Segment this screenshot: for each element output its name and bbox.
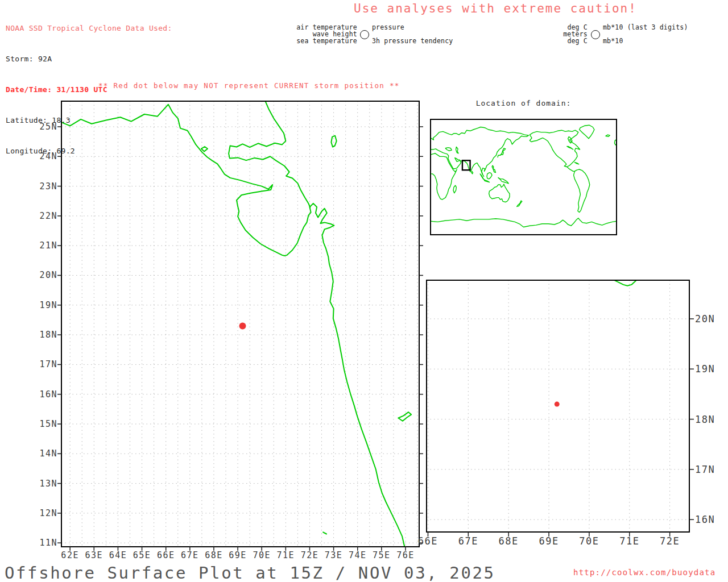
world-coastline xyxy=(492,165,495,172)
inset-coastline xyxy=(253,30,728,582)
main-yaxis-label: 20N xyxy=(31,270,57,280)
legend-unit-mb-last3: mb*10 (last 3 digits) xyxy=(603,23,688,31)
inset-yaxis-label: 19N xyxy=(695,363,715,375)
world-coastline xyxy=(567,167,575,172)
world-coastline xyxy=(431,218,617,227)
station-circle-icon xyxy=(360,30,369,39)
world-coastline xyxy=(574,163,578,164)
inset-storm-dot xyxy=(555,402,560,407)
legend-sea-temperature: sea temperature xyxy=(255,37,357,45)
main-storm-dot xyxy=(239,322,246,329)
main-yaxis-label: 22N xyxy=(31,211,57,221)
main-coastline xyxy=(201,147,208,151)
main-yaxis-label: 21N xyxy=(31,240,57,251)
inset-xaxis-label: 69E xyxy=(532,535,566,547)
inset-xaxis-label: 66E xyxy=(411,535,445,547)
plot-title: Offshore Surface Plot at 15Z / NOV 03, 2… xyxy=(5,563,495,582)
inset-coastline xyxy=(706,83,715,102)
storm-info-id: Storm: 92A xyxy=(6,54,172,64)
inset-xaxis-label: 72E xyxy=(653,535,687,547)
inset-xaxis-label: 71E xyxy=(613,535,647,547)
main-yaxis-label: 17N xyxy=(31,359,57,369)
inset-xaxis-label: 70E xyxy=(572,535,606,547)
storm-info-longitude: Longitude: 69.2 xyxy=(6,146,172,156)
world-coastline xyxy=(567,146,573,149)
main-yaxis-label: 13N xyxy=(31,479,57,489)
legend-pressure-tendency: 3h pressure tendency xyxy=(372,37,453,45)
caution-headline: Use analyses with extreme caution! xyxy=(354,2,637,15)
main-yaxis-label: 11N xyxy=(31,538,57,548)
inset-map-layer xyxy=(253,25,728,582)
world-coastline xyxy=(431,127,529,177)
world-coastline xyxy=(489,184,510,202)
main-yaxis-label: 24N xyxy=(31,151,57,161)
legend-pressure: pressure xyxy=(372,23,404,31)
main-yaxis-label: 14N xyxy=(31,448,57,459)
main-coastline xyxy=(331,136,336,147)
storm-info-latitude: Latitude: 18.3 xyxy=(6,115,172,126)
main-xaxis-label: 76E xyxy=(388,550,423,560)
world-coastline xyxy=(471,171,473,174)
storm-info-source: NOAA SSD Tropical Cyclone Data Used: xyxy=(6,23,172,34)
inset-yaxis-label: 18N xyxy=(695,414,715,425)
main-yaxis-label: 19N xyxy=(31,300,57,310)
world-coastline xyxy=(480,174,489,182)
main-yaxis-label: 18N xyxy=(31,330,57,340)
world-coastline xyxy=(517,201,522,206)
world-coastline xyxy=(606,135,610,136)
world-coastline xyxy=(456,147,459,153)
world-coastline xyxy=(498,178,508,184)
buoydata-link[interactable]: http://coolwx.com/buoydata xyxy=(573,568,715,577)
world-coastline xyxy=(431,153,457,199)
inset-xaxis-label: 68E xyxy=(491,535,526,547)
world-coastline xyxy=(487,173,492,179)
main-yaxis-label: 23N xyxy=(31,181,57,192)
legend-unit-degc-bottom: deg C xyxy=(531,37,588,45)
main-yaxis-label: 12N xyxy=(31,508,57,518)
storm-position-warning: ** Red dot below may NOT represent CURRE… xyxy=(98,81,400,90)
world-coastline xyxy=(453,185,456,193)
inset-yaxis-label: 20N xyxy=(695,313,715,325)
world-map-layer xyxy=(431,125,617,227)
main-yaxis-label: 25N xyxy=(31,122,57,132)
world-coastline xyxy=(445,148,452,151)
station-circle-icon xyxy=(591,30,600,39)
domain-inset-title: Location of domain: xyxy=(431,99,617,107)
storm-info-block: NOAA SSD Tropical Cyclone Data Used: Sto… xyxy=(6,3,172,177)
page: NOAA SSD Tropical Cyclone Data Used: Sto… xyxy=(0,0,728,582)
main-coastline xyxy=(398,412,411,421)
legend-unit-mb: mb*10 xyxy=(603,37,623,45)
world-coastline xyxy=(574,169,590,213)
main-ticks xyxy=(57,127,423,551)
main-coastline xyxy=(229,101,310,207)
inset-coastline xyxy=(533,25,671,205)
inset-ticks xyxy=(428,319,694,537)
main-yaxis-label: 15N xyxy=(31,419,57,429)
main-yaxis-label: 16N xyxy=(31,389,57,400)
inset-yaxis-label: 17N xyxy=(695,464,715,475)
inset-xaxis-label: 67E xyxy=(451,535,485,547)
inset-yaxis-label: 16N xyxy=(695,514,715,525)
world-coastline xyxy=(580,125,594,139)
main-coastline xyxy=(323,532,326,534)
